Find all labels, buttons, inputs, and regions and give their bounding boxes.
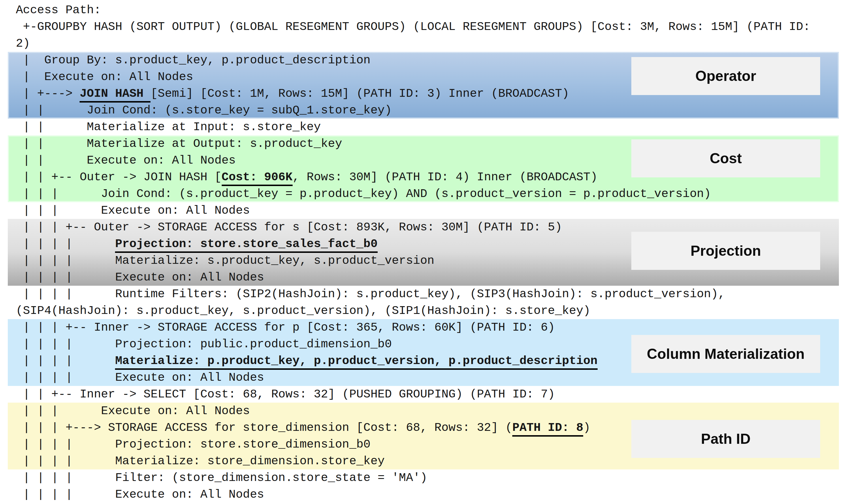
- plan-text: | | Execute on: All Nodes: [16, 154, 236, 167]
- plan-segment-cost: | | Materialize at Output: s.product_key…: [8, 136, 839, 202]
- plan-text: | | | +-- Inner -> STORAGE ACCESS for p …: [16, 321, 555, 334]
- highlighted-term: Materialize: p.product_key, p.product_ve…: [115, 354, 597, 370]
- plan-segment-plain: Access Path: +-GROUPBY HASH (SORT OUTPUT…: [0, 2, 851, 52]
- plan-line: | | +-- Inner -> SELECT [Cost: 68, Rows:…: [0, 386, 851, 403]
- plan-line: (SIP4(HashJoin): s.product_key, s.produc…: [0, 302, 851, 319]
- query-plan-output: Access Path: +-GROUPBY HASH (SORT OUTPUT…: [0, 0, 851, 503]
- plan-line: | | | +-- Inner -> STORAGE ACCESS for p …: [8, 319, 839, 336]
- highlighted-term: Projection: store.store_sales_fact_b0: [115, 237, 377, 253]
- plan-segment-operator: | Group By: s.product_key, p.product_des…: [8, 52, 839, 119]
- plan-text: | | Materialize at Input: s.store_key: [16, 120, 321, 133]
- plan-text: (SIP4(HashJoin): s.product_key, s.produc…: [16, 304, 590, 317]
- highlighted-term: Cost: 906K: [222, 170, 293, 186]
- plan-text: | Execute on: All Nodes: [16, 70, 193, 84]
- plan-line: | | | Execute on: All Nodes: [0, 202, 851, 219]
- plan-text: | | | +-- Outer -> STORAGE ACCESS for s …: [16, 221, 562, 234]
- plan-segment-plain: | | | Execute on: All Nodes: [0, 202, 851, 219]
- highlighted-term: JOIN HASH: [80, 87, 151, 103]
- plan-segment-plain: | | Materialize at Input: s.store_key: [0, 119, 851, 136]
- plan-line: | | | | Execute on: All Nodes: [8, 269, 839, 286]
- plan-text: [Semi] [Cost: 1M, Rows: 15M] (PATH ID: 3…: [151, 87, 569, 100]
- plan-text: | Group By: s.product_key, p.product_des…: [16, 54, 370, 67]
- plan-text: | | | | Materialize: store_dimension.sto…: [16, 454, 385, 468]
- plan-line: | | | Execute on: All Nodes: [8, 403, 839, 419]
- plan-text: | | | Join Cond: (s.product_key = p.prod…: [16, 187, 711, 200]
- plan-text: | | | Execute on: All Nodes: [16, 404, 250, 418]
- plan-text: | | | Execute on: All Nodes: [16, 204, 250, 217]
- plan-text: | | | | Execute on: All Nodes: [16, 271, 264, 284]
- callout-label-projection: Projection: [631, 232, 820, 270]
- plan-text: | | | | Projection: store.store_dimensio…: [16, 438, 370, 451]
- plan-text: 2): [16, 37, 30, 50]
- callout-label-path-id: Path ID: [631, 420, 820, 458]
- plan-line: | | Materialize at Input: s.store_key: [0, 119, 851, 136]
- plan-line: | | | | Runtime Filters: (SIP2(HashJoin)…: [0, 286, 851, 302]
- plan-text: | | | | Filter: (store_dimension.store_s…: [16, 471, 427, 484]
- plan-line: | | | Join Cond: (s.product_key = p.prod…: [8, 185, 839, 202]
- plan-segment-column-materialization: | | | +-- Inner -> STORAGE ACCESS for p …: [8, 319, 839, 386]
- plan-text: | +--->: [16, 87, 80, 100]
- plan-line: Access Path:: [0, 2, 851, 18]
- plan-text: | | +-- Inner -> SELECT [Cost: 68, Rows:…: [16, 388, 555, 401]
- plan-segment-path-id: | | | Execute on: All Nodes | | | +---> …: [8, 403, 839, 469]
- plan-text: | | | | Runtime Filters: (SIP2(HashJoin)…: [16, 287, 725, 301]
- plan-text: ): [583, 421, 590, 434]
- plan-line: | | | | Filter: (store_dimension.store_s…: [0, 469, 851, 486]
- plan-text: | | Join Cond: (s.store_key = subQ_1.sto…: [16, 104, 392, 117]
- plan-line: | | | | Execute on: All Nodes: [0, 486, 851, 503]
- plan-text: | | | | Execute on: All Nodes: [16, 488, 264, 501]
- callout-label-operator: Operator: [631, 57, 820, 95]
- plan-text: | | | |: [16, 237, 115, 251]
- plan-text: | | | +---> STORAGE ACCESS for store_dim…: [16, 421, 512, 434]
- plan-text: | | | | Execute on: All Nodes: [16, 371, 264, 384]
- plan-text: | | | |: [16, 354, 115, 367]
- plan-text: Access Path:: [16, 3, 101, 17]
- callout-label-column-materialization: Column Materialization: [631, 335, 820, 373]
- highlighted-term: PATH ID: 8: [512, 421, 583, 437]
- plan-line: | | Join Cond: (s.store_key = subQ_1.sto…: [8, 102, 839, 119]
- plan-text: +-GROUPBY HASH (SORT OUTPUT) (GLOBAL RES…: [16, 20, 810, 33]
- callout-label-cost: Cost: [631, 139, 820, 177]
- plan-line: +-GROUPBY HASH (SORT OUTPUT) (GLOBAL RES…: [0, 18, 851, 35]
- plan-segment-projection: | | | +-- Outer -> STORAGE ACCESS for s …: [8, 219, 839, 286]
- plan-segment-plain: | | +-- Inner -> SELECT [Cost: 68, Rows:…: [0, 386, 851, 403]
- plan-text: | | Materialize at Output: s.product_key: [16, 137, 342, 150]
- plan-text: | | | | Projection: public.product_dimen…: [16, 338, 392, 351]
- plan-text: , Rows: 30M] (PATH ID: 4) Inner (BROADCA…: [293, 170, 597, 184]
- plan-text: | | +-- Outer -> JOIN HASH [: [16, 170, 222, 184]
- plan-segment-plain: | | | | Filter: (store_dimension.store_s…: [0, 469, 851, 503]
- plan-segment-plain: | | | | Runtime Filters: (SIP2(HashJoin)…: [0, 286, 851, 319]
- plan-text: | | | | Materialize: s.product_key, s.pr…: [16, 254, 434, 267]
- plan-line: 2): [0, 35, 851, 52]
